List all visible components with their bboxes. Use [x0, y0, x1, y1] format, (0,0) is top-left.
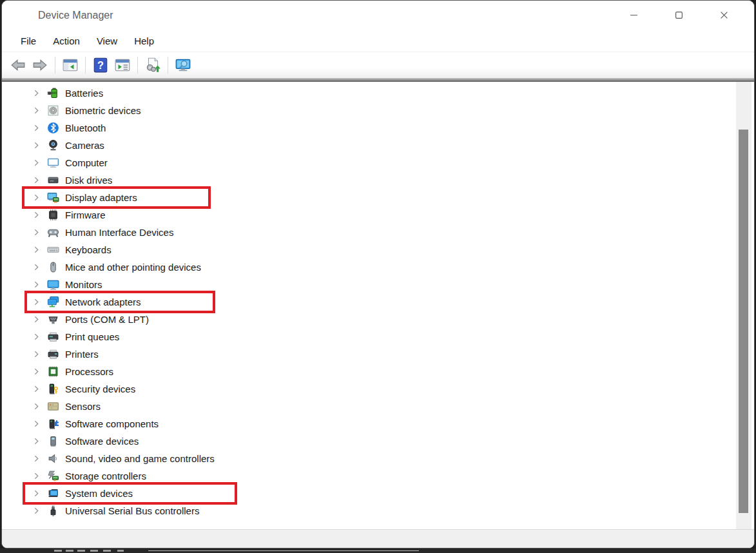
console-tree-button[interactable] [59, 55, 81, 75]
menu-view[interactable]: View [88, 33, 126, 49]
tree-item-processors[interactable]: Processors [2, 363, 735, 380]
tree-item-label: Firmware [65, 209, 106, 220]
tree-item-human-interface-devices[interactable]: Human Interface Devices [2, 224, 735, 241]
help-button[interactable]: ? [90, 55, 111, 75]
tree-item-label: Bluetooth [65, 122, 106, 133]
forward-arrow-icon [32, 57, 48, 73]
back-arrow-icon [10, 57, 26, 73]
menu-action[interactable]: Action [44, 33, 88, 49]
chevron-right-icon[interactable] [32, 159, 41, 168]
search-computer-icon [175, 57, 191, 73]
forward-arrow-button[interactable] [29, 55, 51, 75]
chevron-right-icon[interactable] [32, 350, 41, 359]
tree-item-software-devices[interactable]: Software devices [2, 432, 735, 450]
chevron-right-icon[interactable] [32, 106, 41, 115]
title-bar: Device Manager [2, 1, 754, 30]
background-artifact-line [148, 550, 419, 551]
tree-item-sound-video-and-game-controllers[interactable]: Sound, video and game controllers [2, 450, 735, 467]
tree-item-label: Software devices [65, 436, 139, 447]
tree-item-label: Printers [65, 349, 99, 360]
processor-icon [47, 365, 59, 378]
tree-item-batteries[interactable]: Batteries [2, 84, 735, 102]
background-artifact [0, 548, 756, 553]
tree-item-firmware[interactable]: Firmware [2, 206, 735, 224]
ports-icon [47, 313, 59, 325]
menu-file[interactable]: File [12, 33, 44, 49]
chevron-right-icon[interactable] [32, 280, 41, 289]
software-device-icon [47, 435, 59, 447]
tree-item-printers[interactable]: Printers [2, 345, 735, 363]
tree-item-label: Ports (COM & LPT) [65, 314, 149, 325]
tree-item-label: Storage controllers [65, 471, 146, 481]
chevron-right-icon[interactable] [32, 246, 41, 255]
tree-item-biometric-devices[interactable]: Biometric devices [2, 102, 735, 119]
chevron-right-icon[interactable] [32, 315, 41, 324]
tree-item-ports-com-lpt[interactable]: Ports (COM & LPT) [2, 311, 735, 328]
chevron-right-icon[interactable] [32, 228, 41, 237]
tree-item-label: Monitors [65, 279, 102, 290]
vertical-scrollbar[interactable] [736, 82, 751, 529]
sound-icon [47, 452, 59, 465]
chevron-right-icon[interactable] [32, 211, 41, 220]
tree-item-label: Universal Serial Bus controllers [65, 505, 199, 516]
tree-item-label: Print queues [65, 331, 119, 342]
scrollbar-thumb[interactable] [739, 130, 748, 513]
tree-item-label: Human Interface Devices [65, 227, 173, 238]
background-artifact-dash [77, 550, 85, 552]
tree-item-sensors[interactable]: Sensors [2, 398, 735, 415]
firmware-icon [47, 209, 59, 221]
tree-item-cameras[interactable]: Cameras [2, 137, 735, 154]
tree-item-mice-and-other-pointing-devices[interactable]: Mice and other pointing devices [2, 258, 735, 276]
chevron-right-icon[interactable] [32, 507, 41, 516]
printer-icon [47, 348, 59, 360]
chevron-right-icon[interactable] [32, 333, 41, 342]
chevron-right-icon[interactable] [32, 176, 41, 185]
device-tree-panel: BatteriesBiometric devicesBluetoothCamer… [2, 82, 754, 529]
tree-item-label: Computer [65, 157, 108, 168]
keyboard-icon [47, 244, 59, 256]
security-device-icon [47, 383, 59, 395]
scan-hardware-button[interactable] [142, 55, 164, 75]
properties-window-icon [114, 57, 131, 73]
chevron-right-icon[interactable] [32, 124, 41, 133]
tree-item-print-queues[interactable]: Print queues [2, 328, 735, 345]
chevron-right-icon[interactable] [32, 89, 41, 98]
tree-item-label: Mice and other pointing devices [65, 262, 201, 273]
chevron-right-icon[interactable] [32, 454, 41, 463]
tree-item-computer[interactable]: Computer [2, 154, 735, 171]
tree-item-label: Sensors [65, 401, 101, 412]
chevron-right-icon[interactable] [32, 263, 41, 272]
tree-item-security-devices[interactable]: Security devices [2, 380, 735, 398]
maximize-button[interactable] [664, 1, 693, 30]
back-arrow-button[interactable] [7, 55, 29, 75]
window-title: Device Manager [38, 10, 113, 21]
chevron-right-icon[interactable] [32, 385, 41, 394]
search-computer-button[interactable] [172, 55, 194, 75]
usb-icon [47, 505, 59, 517]
print-queue-icon [47, 331, 59, 343]
chevron-right-icon[interactable] [32, 437, 41, 446]
close-icon [720, 11, 728, 19]
minimize-button[interactable] [619, 1, 648, 30]
tree-item-bluetooth[interactable]: Bluetooth [2, 119, 735, 137]
console-tree-icon [62, 57, 79, 73]
monitor-icon [47, 278, 59, 291]
mouse-icon [47, 261, 59, 273]
chevron-right-icon[interactable] [32, 141, 41, 150]
batteries-icon [47, 87, 59, 99]
storage-controller-icon [47, 470, 59, 482]
close-button[interactable] [709, 1, 739, 30]
menu-bar: FileActionViewHelp [2, 30, 754, 52]
chevron-right-icon[interactable] [32, 420, 41, 429]
chevron-right-icon[interactable] [32, 367, 41, 376]
chevron-right-icon[interactable] [32, 402, 41, 411]
menu-help[interactable]: Help [126, 33, 162, 49]
properties-window-button[interactable] [111, 55, 133, 75]
tree-item-universal-serial-bus-controllers[interactable]: Universal Serial Bus controllers [2, 502, 735, 519]
highlight-box-display-adapters [22, 186, 211, 209]
chevron-right-icon[interactable] [32, 472, 41, 481]
sensor-icon [47, 400, 59, 412]
tree-item-software-components[interactable]: Software components [2, 415, 735, 432]
tree-item-keyboards[interactable]: Keyboards [2, 241, 735, 258]
device-manager-window: Device Manager FileActionViewHelp ? Batt… [1, 0, 755, 548]
